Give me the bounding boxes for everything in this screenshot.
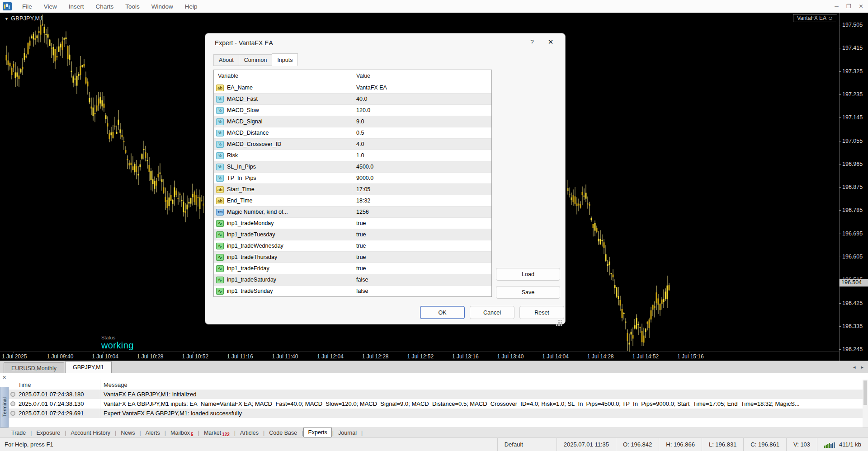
terminal-tab-mailbox[interactable]: Mailbox5: [166, 428, 198, 437]
minimize-window-icon[interactable]: ─: [830, 0, 843, 13]
table-row[interactable]: ½MACD_Fast40.0: [214, 94, 491, 105]
restore-window-icon[interactable]: ❐: [843, 0, 855, 13]
log-row[interactable]: 2025.07.01 07:24:29.691Expert VantaFX EA…: [9, 409, 863, 418]
table-row[interactable]: ∿inp1_tradeFridaytrue: [214, 263, 491, 274]
scrollbar-thumb[interactable]: [863, 381, 867, 405]
table-row[interactable]: ∿inp1_tradeSaturdayfalse: [214, 274, 491, 286]
status-bar-cells: Default2025.07.01 11:35O: 196.842H: 196.…: [497, 438, 868, 451]
menu-charts[interactable]: Charts: [90, 3, 120, 10]
table-row[interactable]: ∿inp1_tradeMondaytrue: [214, 218, 491, 229]
table-row[interactable]: abEA_NameVantaFX EA: [214, 82, 491, 94]
table-row[interactable]: ½SL_In_Pips4500.0: [214, 161, 491, 173]
value-cell[interactable]: 17:05: [352, 186, 491, 193]
value-cell[interactable]: true: [352, 265, 491, 272]
menu-insert[interactable]: Insert: [63, 3, 90, 10]
terminal-tab-news[interactable]: News: [117, 428, 139, 437]
value-cell[interactable]: VantaFX EA: [352, 85, 491, 91]
menu-file[interactable]: File: [16, 3, 38, 10]
close-window-icon[interactable]: ✕: [855, 0, 867, 13]
terminal-tab-code-base[interactable]: Code Base: [265, 428, 301, 437]
value-cell[interactable]: true: [352, 231, 491, 238]
save-button[interactable]: Save: [496, 286, 560, 299]
help-icon[interactable]: ?: [528, 38, 536, 46]
log-time: 2025.07.01 07:24:29.691: [19, 410, 84, 417]
terminal-tab-articles[interactable]: Articles: [236, 428, 263, 437]
value-cell[interactable]: 120.0: [352, 107, 491, 113]
value-cell[interactable]: false: [352, 277, 491, 283]
value-cell[interactable]: 18:32: [352, 197, 491, 204]
variable-name: SL_In_Pips: [227, 164, 256, 170]
variable-cell: ∿inp1_tradeSunday: [214, 286, 352, 296]
type-double-icon: ½: [216, 107, 224, 114]
menu-window[interactable]: Window: [146, 3, 179, 10]
value-cell[interactable]: 1256: [352, 209, 491, 215]
table-row[interactable]: ∿inp1_tradeThursdaytrue: [214, 252, 491, 263]
tab-about[interactable]: About: [213, 54, 239, 66]
terminal-tab-trade[interactable]: Trade: [7, 428, 30, 437]
terminal-tab-market[interactable]: Market122: [200, 428, 234, 437]
table-row[interactable]: abEnd_Time18:32: [214, 195, 491, 207]
value-cell[interactable]: true: [352, 220, 491, 226]
terminal-close-icon[interactable]: ✕: [2, 375, 6, 381]
close-icon[interactable]: ✕: [546, 38, 555, 46]
arrow-left-icon[interactable]: ◂: [853, 364, 856, 370]
value-cell[interactable]: 9.0: [352, 118, 491, 125]
tab-inputs[interactable]: Inputs: [272, 53, 298, 66]
ea-badge: VantaFX EA ☺: [793, 14, 837, 22]
value-cell[interactable]: 0.5: [352, 130, 491, 136]
table-row[interactable]: ½TP_In_Pips9000.0: [214, 173, 491, 184]
table-row[interactable]: ∿inp1_tradeSundayfalse: [214, 286, 491, 297]
ok-button[interactable]: OK: [420, 306, 465, 319]
dialog-tabs: AboutCommonInputs: [214, 53, 298, 66]
value-cell[interactable]: 4500.0: [352, 164, 491, 170]
terminal-tab-alerts[interactable]: Alerts: [142, 428, 164, 437]
resize-grip[interactable]: [561, 320, 562, 321]
chart-tab-gbpjpy-m1[interactable]: GBPJPY,M1: [65, 361, 112, 373]
value-cell[interactable]: false: [352, 288, 491, 294]
arrow-right-icon[interactable]: ▸: [861, 364, 863, 370]
value-cell[interactable]: true: [352, 254, 491, 260]
terminal-sidebar-tab[interactable]: Terminal: [0, 387, 9, 428]
cancel-button[interactable]: Cancel: [470, 306, 514, 319]
type-double-icon: ½: [216, 164, 224, 170]
terminal-scrollbar[interactable]: [863, 380, 868, 428]
table-row[interactable]: ½Risk1.0: [214, 150, 491, 161]
chart-tab-eurusd-monthly[interactable]: EURUSD,Monthly: [4, 362, 64, 373]
terminal-tab-account-history[interactable]: Account History: [67, 428, 115, 437]
menu-help[interactable]: Help: [179, 3, 203, 10]
terminal-tab-label: News: [121, 430, 135, 436]
variable-name: Start_Time: [227, 186, 255, 193]
tab-common[interactable]: Common: [239, 54, 273, 66]
value-cell[interactable]: 4.0: [352, 141, 491, 147]
menu-tools[interactable]: Tools: [119, 3, 146, 10]
log-row[interactable]: 2025.07.01 07:24:38.130VantaFX EA GBPJPY…: [9, 399, 863, 409]
table-row[interactable]: ½MACD_Slow120.0: [214, 105, 491, 116]
terminal-tab-experts[interactable]: Experts: [303, 427, 331, 437]
table-row[interactable]: ½MACD_Crossover_ID4.0: [214, 139, 491, 150]
value-cell[interactable]: 1.0: [352, 152, 491, 159]
variable-cell: ∿inp1_tradeTuesday: [214, 229, 352, 240]
load-button[interactable]: Load: [496, 268, 560, 281]
terminal-tab-label: Code Base: [269, 430, 297, 436]
column-variable: Variable: [214, 70, 352, 82]
terminal-tab-journal[interactable]: Journal: [334, 428, 361, 437]
table-row[interactable]: 123Magic Number, kind of...1256: [214, 207, 491, 218]
table-row[interactable]: abStart_Time17:05: [214, 184, 491, 195]
table-row[interactable]: ∿inp1_tradeTuesdaytrue: [214, 229, 491, 240]
reset-button[interactable]: Reset: [519, 306, 564, 319]
log-bullet-icon: [10, 401, 15, 406]
price-axis-label: 197.235: [842, 91, 863, 98]
network-bars-icon: [824, 442, 836, 448]
table-row[interactable]: ∿inp1_tradeWednesdaytrue: [214, 240, 491, 252]
menu-view[interactable]: View: [38, 3, 63, 10]
variable-cell: ½MACD_Crossover_ID: [214, 139, 352, 150]
variable-cell: 123Magic Number, kind of...: [214, 207, 352, 217]
log-row[interactable]: 2025.07.01 07:24:38.180VantaFX EA GBPJPY…: [9, 390, 863, 399]
table-row[interactable]: ½MACD_Distance0.5: [214, 127, 491, 139]
table-row[interactable]: ½MACD_Signal9.0: [214, 116, 491, 127]
terminal-tab-exposure[interactable]: Exposure: [32, 428, 64, 437]
value-cell[interactable]: 40.0: [352, 96, 491, 102]
status-profile[interactable]: Default: [497, 438, 557, 451]
value-cell[interactable]: true: [352, 243, 491, 249]
value-cell[interactable]: 9000.0: [352, 175, 491, 181]
